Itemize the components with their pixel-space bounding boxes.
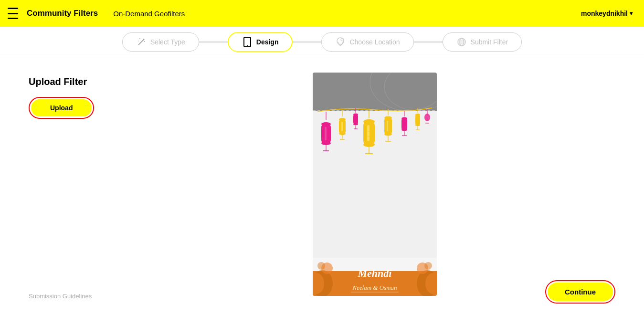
wand-icon — [136, 37, 147, 47]
main-content: Upload Filter Upload — [0, 57, 644, 315]
svg-text:Neelam & Osman: Neelam & Osman — [352, 284, 397, 291]
svg-rect-38 — [353, 115, 358, 124]
step-connector-3 — [414, 42, 443, 42]
step-design-label: Design — [256, 38, 279, 46]
step-select-type[interactable]: Select Type — [122, 32, 199, 52]
menu-icon[interactable] — [8, 8, 19, 19]
svg-point-82 — [424, 262, 432, 270]
upload-filter-title: Upload Filter — [29, 76, 134, 87]
step-submit-filter[interactable]: Submit Filter — [443, 32, 522, 52]
step-choose-location[interactable]: Choose Location — [321, 32, 413, 52]
step-submit-filter-label: Submit Filter — [471, 38, 508, 46]
svg-rect-28 — [325, 127, 327, 140]
app-title: Community Filters — [27, 9, 98, 18]
svg-point-9 — [247, 45, 248, 46]
globe-icon — [456, 37, 467, 47]
svg-point-25 — [321, 141, 331, 145]
preview-area: Mehndi Neelam & Osman — [134, 73, 615, 300]
user-menu[interactable]: monkeydnikhil — [581, 10, 633, 17]
continue-button[interactable]: Continue — [548, 283, 613, 301]
svg-rect-66 — [415, 115, 420, 125]
phone-icon — [242, 37, 253, 47]
svg-point-39 — [353, 123, 358, 126]
step-connector-1 — [199, 42, 228, 42]
svg-point-4 — [138, 41, 138, 41]
svg-line-0 — [138, 40, 143, 45]
upload-button[interactable]: Upload — [31, 99, 92, 116]
svg-rect-57 — [387, 121, 388, 131]
step-select-type-label: Select Type — [150, 38, 185, 46]
app-header: Community Filters On-Demand Geofilters m… — [0, 0, 644, 27]
svg-point-32 — [339, 132, 346, 135]
svg-point-81 — [317, 262, 325, 270]
svg-point-45 — [363, 142, 375, 147]
svg-point-2 — [139, 38, 140, 39]
filter-preview-svg: Mehndi Neelam & Osman — [313, 73, 437, 296]
svg-rect-35 — [341, 122, 343, 131]
svg-point-3 — [144, 41, 145, 42]
phone-preview: Mehndi Neelam & Osman — [313, 73, 437, 296]
svg-text:Mehndi: Mehndi — [357, 267, 392, 279]
step-choose-location-label: Choose Location — [349, 38, 400, 46]
submission-guidelines-link[interactable]: Submission Guidelines — [29, 293, 92, 300]
continue-button-border: Continue — [545, 280, 615, 304]
step-design[interactable]: Design — [228, 32, 293, 52]
steps-bar: Select Type Design Choose Location — [0, 27, 644, 57]
location-icon — [335, 37, 346, 47]
svg-point-61 — [401, 129, 407, 131]
step-connector-2 — [293, 42, 321, 42]
svg-rect-60 — [401, 118, 407, 130]
svg-rect-17 — [313, 73, 437, 111]
svg-point-54 — [384, 133, 392, 136]
svg-rect-48 — [367, 125, 370, 141]
svg-point-71 — [424, 114, 430, 121]
upload-section: Upload Filter Upload — [29, 73, 134, 300]
svg-point-67 — [415, 124, 420, 126]
upload-button-border: Upload — [29, 97, 94, 119]
on-demand-geofilters-link[interactable]: On-Demand Geofilters — [113, 10, 185, 18]
